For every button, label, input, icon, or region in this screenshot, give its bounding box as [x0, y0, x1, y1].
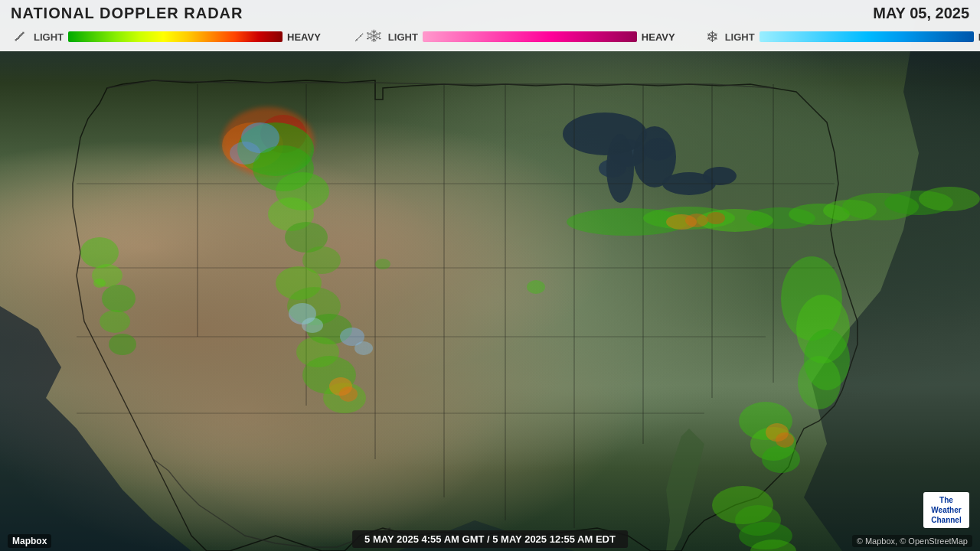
legends-row: ⟋ LIGHT HEAVY ⟋❄ LIGHT HEAVY ❄ — [0, 24, 980, 51]
mix-heavy-label: HEAVY — [642, 31, 675, 43]
rain-light-label: LIGHT — [34, 31, 64, 43]
rain-legend: ⟋ LIGHT HEAVY — [11, 27, 321, 47]
svg-point-7 — [703, 167, 737, 185]
mix-light-label: LIGHT — [388, 31, 418, 43]
mix-icon: ⟋❄ — [351, 28, 382, 46]
svg-point-55 — [685, 214, 708, 227]
rain-heavy-label: HEAVY — [287, 31, 321, 43]
svg-point-63 — [762, 445, 800, 473]
weather-channel-logo: The Weather Channel — [923, 492, 969, 528]
twc-line1: The — [939, 496, 953, 504]
svg-point-65 — [776, 432, 794, 448]
mix-legend-labels: LIGHT HEAVY — [388, 31, 675, 43]
snow-legend: ❄ LIGHT HEAVY — [706, 28, 980, 46]
svg-point-43 — [100, 310, 130, 333]
snow-icon: ❄ — [706, 28, 719, 46]
copyright-attribution: © Mapbox, © OpenStreetMap — [852, 535, 972, 547]
svg-point-39 — [339, 386, 358, 402]
rain-legend-labels: LIGHT HEAVY — [34, 31, 321, 43]
svg-point-74 — [302, 318, 323, 333]
timestamp: 5 MAY 2025 4:55 AM GMT / 5 MAY 2025 12:5… — [352, 530, 628, 548]
svg-point-4 — [606, 134, 634, 203]
snow-gradient-bar — [760, 31, 974, 42]
mapbox-attribution: Mapbox — [8, 534, 51, 548]
mix-legend: ⟋❄ LIGHT HEAVY — [351, 28, 675, 46]
map-borders — [0, 0, 980, 551]
timestamp-bar: Mapbox 5 MAY 2025 4:55 AM GMT / 5 MAY 20… — [0, 531, 980, 551]
svg-point-40 — [80, 237, 119, 268]
rain-icon: ⟋ — [11, 27, 28, 47]
map-container: NATIONAL DOPPLER RADAR MAY 05, 2025 ⟋ LI… — [0, 0, 980, 551]
svg-point-56 — [707, 212, 725, 224]
mix-gradient-bar — [423, 31, 637, 42]
twc-line3: Channel — [931, 516, 961, 524]
snow-legend-labels: LIGHT HEAVY — [725, 31, 980, 43]
twc-line2: Weather — [931, 506, 961, 514]
header-row: NATIONAL DOPPLER RADAR MAY 05, 2025 — [0, 0, 980, 24]
page-title: NATIONAL DOPPLER RADAR — [11, 5, 243, 22]
svg-point-71 — [375, 259, 390, 269]
svg-point-72 — [93, 279, 106, 288]
svg-point-70 — [527, 280, 545, 294]
svg-point-42 — [102, 285, 136, 312]
snow-light-label: LIGHT — [725, 31, 755, 43]
legend-container: NATIONAL DOPPLER RADAR MAY 05, 2025 ⟋ LI… — [0, 0, 980, 51]
date-label: MAY 05, 2025 — [873, 5, 969, 22]
svg-point-76 — [354, 341, 373, 355]
svg-point-60 — [798, 356, 841, 409]
svg-point-53 — [919, 187, 980, 211]
svg-point-44 — [109, 334, 136, 355]
rain-gradient-bar — [68, 31, 283, 42]
